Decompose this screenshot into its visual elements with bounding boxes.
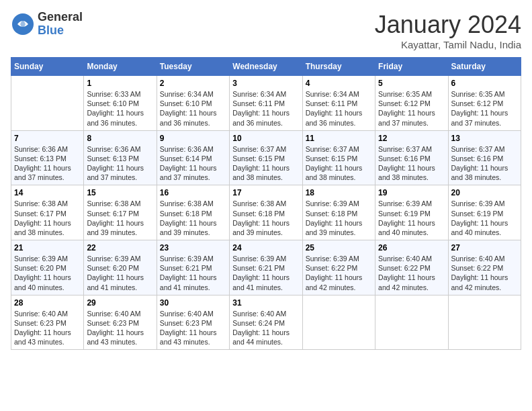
cell-info: Sunrise: 6:39 AM Sunset: 6:20 PM Dayligh… [87, 254, 153, 292]
calendar-cell: 26Sunrise: 6:40 AM Sunset: 6:22 PM Dayli… [375, 240, 448, 295]
calendar-week-row: 7Sunrise: 6:36 AM Sunset: 6:13 PM Daylig… [11, 130, 521, 185]
calendar-cell: 5Sunrise: 6:35 AM Sunset: 6:12 PM Daylig… [375, 76, 448, 131]
calendar-cell: 25Sunrise: 6:39 AM Sunset: 6:22 PM Dayli… [302, 240, 375, 295]
day-number: 26 [378, 243, 445, 253]
column-header-wednesday: Wednesday [230, 58, 302, 76]
calendar-cell: 21Sunrise: 6:39 AM Sunset: 6:20 PM Dayli… [11, 240, 84, 295]
day-number: 22 [87, 243, 153, 253]
day-number: 31 [232, 298, 299, 308]
calendar-cell: 15Sunrise: 6:38 AM Sunset: 6:17 PM Dayli… [84, 185, 157, 240]
calendar-cell: 20Sunrise: 6:39 AM Sunset: 6:19 PM Dayli… [448, 185, 521, 240]
cell-info: Sunrise: 6:34 AM Sunset: 6:11 PM Dayligh… [232, 89, 299, 128]
cell-info: Sunrise: 6:38 AM Sunset: 6:18 PM Dayligh… [232, 199, 299, 237]
calendar-cell: 2Sunrise: 6:34 AM Sunset: 6:10 PM Daylig… [157, 76, 229, 131]
day-number: 18 [306, 188, 372, 197]
cell-info: Sunrise: 6:40 AM Sunset: 6:24 PM Dayligh… [232, 309, 299, 347]
cell-info: Sunrise: 6:37 AM Sunset: 6:16 PM Dayligh… [378, 144, 445, 183]
title-area: January 2024 Kayattar, Tamil Nadu, India [375, 11, 521, 50]
cell-info: Sunrise: 6:34 AM Sunset: 6:10 PM Dayligh… [160, 89, 226, 128]
cell-info: Sunrise: 6:34 AM Sunset: 6:11 PM Dayligh… [306, 89, 372, 128]
cell-info: Sunrise: 6:39 AM Sunset: 6:18 PM Dayligh… [306, 199, 372, 237]
column-header-monday: Monday [84, 58, 157, 76]
calendar-cell: 29Sunrise: 6:40 AM Sunset: 6:23 PM Dayli… [84, 295, 157, 350]
calendar-cell: 22Sunrise: 6:39 AM Sunset: 6:20 PM Dayli… [84, 240, 157, 295]
cell-info: Sunrise: 6:40 AM Sunset: 6:22 PM Dayligh… [451, 254, 518, 292]
calendar-cell: 7Sunrise: 6:36 AM Sunset: 6:13 PM Daylig… [11, 130, 84, 185]
cell-info: Sunrise: 6:36 AM Sunset: 6:13 PM Dayligh… [14, 144, 81, 183]
cell-info: Sunrise: 6:38 AM Sunset: 6:17 PM Dayligh… [87, 199, 153, 237]
cell-info: Sunrise: 6:40 AM Sunset: 6:23 PM Dayligh… [160, 309, 226, 347]
day-number: 15 [87, 188, 153, 197]
calendar-cell: 19Sunrise: 6:39 AM Sunset: 6:19 PM Dayli… [375, 185, 448, 240]
calendar-cell: 13Sunrise: 6:37 AM Sunset: 6:16 PM Dayli… [448, 130, 521, 185]
day-number: 7 [14, 134, 81, 143]
day-number: 4 [306, 79, 372, 88]
calendar-cell: 9Sunrise: 6:36 AM Sunset: 6:14 PM Daylig… [157, 130, 229, 185]
calendar-week-row: 1Sunrise: 6:33 AM Sunset: 6:10 PM Daylig… [11, 76, 521, 131]
day-number: 1 [87, 79, 153, 88]
day-number: 21 [14, 243, 81, 253]
day-number: 14 [14, 188, 81, 197]
calendar-cell [375, 295, 448, 350]
calendar-week-row: 21Sunrise: 6:39 AM Sunset: 6:20 PM Dayli… [11, 240, 521, 295]
cell-info: Sunrise: 6:37 AM Sunset: 6:15 PM Dayligh… [232, 144, 299, 183]
column-header-sunday: Sunday [11, 58, 84, 76]
day-number: 2 [160, 79, 226, 88]
page-header: General Blue January 2024 Kayattar, Tami… [11, 11, 521, 50]
cell-info: Sunrise: 6:39 AM Sunset: 6:19 PM Dayligh… [378, 199, 445, 237]
calendar-cell: 17Sunrise: 6:38 AM Sunset: 6:18 PM Dayli… [230, 185, 302, 240]
cell-info: Sunrise: 6:40 AM Sunset: 6:23 PM Dayligh… [14, 309, 81, 347]
calendar-week-row: 28Sunrise: 6:40 AM Sunset: 6:23 PM Dayli… [11, 295, 521, 350]
column-header-saturday: Saturday [448, 58, 521, 76]
cell-info: Sunrise: 6:39 AM Sunset: 6:22 PM Dayligh… [306, 254, 372, 292]
cell-info: Sunrise: 6:35 AM Sunset: 6:12 PM Dayligh… [451, 89, 518, 128]
cell-info: Sunrise: 6:39 AM Sunset: 6:19 PM Dayligh… [451, 199, 518, 237]
column-header-friday: Friday [375, 58, 448, 76]
calendar-cell: 1Sunrise: 6:33 AM Sunset: 6:10 PM Daylig… [84, 76, 157, 131]
day-number: 3 [232, 79, 299, 88]
day-number: 24 [232, 243, 299, 253]
logo-blue-text: Blue [38, 24, 83, 38]
calendar-cell: 31Sunrise: 6:40 AM Sunset: 6:24 PM Dayli… [230, 295, 302, 350]
month-title: January 2024 [375, 11, 521, 39]
cell-info: Sunrise: 6:40 AM Sunset: 6:23 PM Dayligh… [87, 309, 153, 347]
day-number: 17 [232, 188, 299, 197]
calendar-cell: 30Sunrise: 6:40 AM Sunset: 6:23 PM Dayli… [157, 295, 229, 350]
cell-info: Sunrise: 6:37 AM Sunset: 6:15 PM Dayligh… [306, 144, 372, 183]
cell-info: Sunrise: 6:33 AM Sunset: 6:10 PM Dayligh… [87, 89, 153, 128]
day-number: 16 [160, 188, 226, 197]
day-number: 19 [378, 188, 445, 197]
day-number: 11 [306, 134, 372, 143]
calendar-cell: 10Sunrise: 6:37 AM Sunset: 6:15 PM Dayli… [230, 130, 302, 185]
cell-info: Sunrise: 6:40 AM Sunset: 6:22 PM Dayligh… [378, 254, 445, 292]
calendar-cell: 18Sunrise: 6:39 AM Sunset: 6:18 PM Dayli… [302, 185, 375, 240]
cell-info: Sunrise: 6:37 AM Sunset: 6:16 PM Dayligh… [451, 144, 518, 183]
day-number: 23 [160, 243, 226, 253]
calendar-cell: 24Sunrise: 6:39 AM Sunset: 6:21 PM Dayli… [230, 240, 302, 295]
calendar-body: 1Sunrise: 6:33 AM Sunset: 6:10 PM Daylig… [11, 76, 521, 350]
logo-general-text: General [38, 11, 83, 24]
calendar-cell: 27Sunrise: 6:40 AM Sunset: 6:22 PM Dayli… [448, 240, 521, 295]
cell-info: Sunrise: 6:35 AM Sunset: 6:12 PM Dayligh… [378, 89, 445, 128]
calendar-cell: 3Sunrise: 6:34 AM Sunset: 6:11 PM Daylig… [230, 76, 302, 131]
calendar-cell [448, 295, 521, 350]
calendar-cell: 14Sunrise: 6:38 AM Sunset: 6:17 PM Dayli… [11, 185, 84, 240]
calendar-cell: 4Sunrise: 6:34 AM Sunset: 6:11 PM Daylig… [302, 76, 375, 131]
calendar-cell [11, 76, 84, 131]
calendar-cell: 23Sunrise: 6:39 AM Sunset: 6:21 PM Dayli… [157, 240, 229, 295]
day-number: 10 [232, 134, 299, 143]
day-number: 20 [451, 188, 518, 197]
logo-icon [11, 12, 35, 36]
calendar-cell: 11Sunrise: 6:37 AM Sunset: 6:15 PM Dayli… [302, 130, 375, 185]
cell-info: Sunrise: 6:39 AM Sunset: 6:21 PM Dayligh… [232, 254, 299, 292]
cell-info: Sunrise: 6:36 AM Sunset: 6:14 PM Dayligh… [160, 144, 226, 183]
calendar-header-row: SundayMondayTuesdayWednesdayThursdayFrid… [11, 58, 521, 76]
day-number: 28 [14, 298, 81, 308]
day-number: 9 [160, 134, 226, 143]
calendar-cell: 8Sunrise: 6:36 AM Sunset: 6:13 PM Daylig… [84, 130, 157, 185]
day-number: 12 [378, 134, 445, 143]
column-header-thursday: Thursday [302, 58, 375, 76]
cell-info: Sunrise: 6:38 AM Sunset: 6:17 PM Dayligh… [14, 199, 81, 237]
cell-info: Sunrise: 6:36 AM Sunset: 6:13 PM Dayligh… [87, 144, 153, 183]
day-number: 6 [451, 79, 518, 88]
